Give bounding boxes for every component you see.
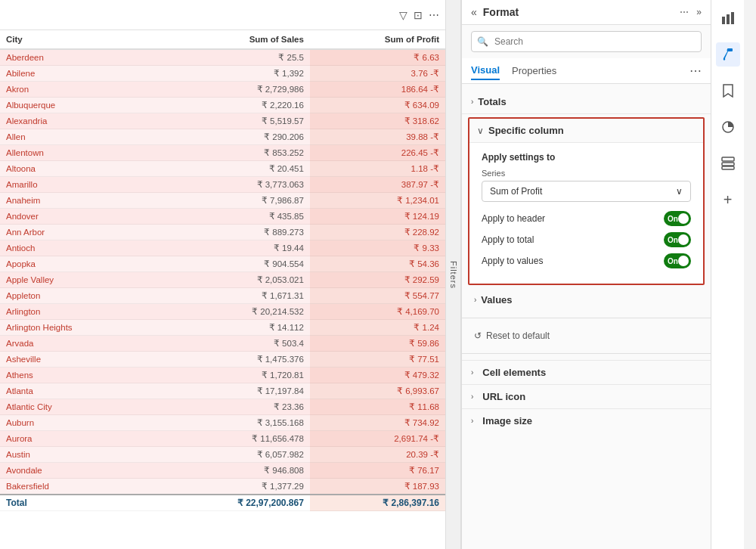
search-input[interactable]	[471, 31, 702, 52]
right-sidebar: +	[711, 0, 744, 549]
reset-row[interactable]: ↺ Reset to default	[462, 324, 711, 347]
cell-1: ₹ 7,986.87	[154, 193, 309, 209]
analytics-icon[interactable]	[716, 115, 740, 139]
cell-0: Andover	[0, 209, 154, 225]
cell-0: Atlanta	[0, 383, 154, 399]
cell-2: ₹ 228.92	[310, 225, 445, 240]
format-expand-icon[interactable]: »	[696, 7, 702, 17]
table-row: Bakersfield₹ 1,377.29₹ 187.93	[0, 479, 445, 495]
cell-2: ₹ 1.24	[310, 320, 445, 336]
more-options-icon[interactable]: ⋯	[429, 9, 439, 21]
table-area: ▽ ⊡ ⋯ City Sum of Sales Sum of Profit Ab…	[0, 0, 446, 549]
url-icon-label: URL icon	[482, 391, 525, 402]
image-size-label: Image size	[482, 415, 532, 426]
section-totals[interactable]: › Totals	[462, 90, 711, 114]
filter-icon[interactable]: ▽	[399, 9, 407, 21]
bookmark-icon[interactable]	[716, 79, 740, 103]
cell-0: Arlington Heights	[0, 320, 154, 336]
toggle-values-text: On	[668, 257, 678, 265]
svg-rect-1	[727, 14, 730, 24]
cell-0: Ann Arbor	[0, 225, 154, 240]
table-row: Albuquerque₹ 2,220.16₹ 634.09	[0, 98, 445, 113]
cell-0: Aberdeen	[0, 49, 154, 66]
section-values[interactable]: › Values	[462, 288, 711, 312]
add-icon[interactable]: +	[716, 188, 740, 212]
cell-1: ₹ 5,519.57	[154, 113, 309, 129]
format-paint-icon[interactable]	[716, 42, 740, 67]
cell-0: Altoona	[0, 161, 154, 177]
divider2	[462, 353, 711, 354]
cell-2: ₹ 479.32	[310, 368, 445, 383]
cell-1: ₹ 853.252	[154, 145, 309, 161]
panel-collapse-icon[interactable]: «	[471, 6, 477, 18]
tabs-row: Visual Properties ⋯	[462, 58, 711, 84]
svg-rect-2	[731, 12, 734, 24]
cell-0: Alexandria	[0, 113, 154, 129]
cell-2: ₹ 6.63	[310, 49, 445, 66]
table-row: Apopka₹ 904.554₹ 54.36	[0, 256, 445, 272]
cell-2: 387.97 -₹	[310, 177, 445, 193]
values-label: Values	[481, 294, 512, 306]
total-cell-2: ₹ 2,86,397.16	[310, 495, 445, 511]
expand-icon[interactable]: ⊡	[414, 9, 423, 21]
format-more-icon[interactable]: ⋯	[680, 7, 689, 17]
cell-2: 20.39 -₹	[310, 447, 445, 463]
cell-2: ₹ 54.36	[310, 256, 445, 272]
tab-visual[interactable]: Visual	[471, 61, 500, 80]
specific-column-header[interactable]: ∨ Specific column	[469, 119, 703, 142]
cell-2: 39.88 -₹	[310, 129, 445, 145]
cell-2: ₹ 292.59	[310, 272, 445, 288]
cell-0: Arlington	[0, 304, 154, 320]
cell-2: 1.18 -₹	[310, 161, 445, 177]
toggle-total[interactable]: On	[664, 232, 691, 247]
cell-0: Albuquerque	[0, 98, 154, 113]
cell-1: ₹ 2,053.021	[154, 272, 309, 288]
total-row: Total₹ 22,97,200.867₹ 2,86,397.16	[0, 495, 445, 511]
cell-2: ₹ 318.62	[310, 113, 445, 129]
table-row: Andover₹ 435.85₹ 124.19	[0, 209, 445, 225]
toggle-row-total: Apply to total On	[482, 232, 691, 247]
toggle-values[interactable]: On	[664, 253, 691, 268]
table-row: Athens₹ 1,720.81₹ 479.32	[0, 368, 445, 383]
cell-1: ₹ 19.44	[154, 240, 309, 256]
total-cell-0: Total	[0, 495, 154, 511]
cell-2: ₹ 4,169.70	[310, 304, 445, 320]
series-dropdown[interactable]: Sum of Profit ∨	[482, 181, 691, 202]
visualizations-icon[interactable]	[716, 6, 740, 30]
table-row: Appleton₹ 1,671.31₹ 554.77	[0, 288, 445, 304]
cell-2: 2,691.74 -₹	[310, 431, 445, 447]
section-specific-column: ∨ Specific column Apply settings to Seri…	[468, 117, 705, 285]
cell-0: Antioch	[0, 240, 154, 256]
table-row: Arlington Heights₹ 14.112₹ 1.24	[0, 320, 445, 336]
specific-column-label: Specific column	[488, 125, 564, 136]
table-row: Abilene₹ 1,3923.76 -₹	[0, 66, 445, 82]
section-cell-elements[interactable]: › Cell elements	[462, 360, 711, 384]
cell-0: Atlantic City	[0, 399, 154, 415]
section-url-icon[interactable]: › URL icon	[462, 384, 711, 408]
tab-more-icon[interactable]: ⋯	[689, 64, 702, 78]
filters-sidebar[interactable]: Filters	[446, 0, 461, 549]
svg-rect-0	[722, 17, 725, 24]
data-icon[interactable]	[716, 151, 740, 175]
table-row: Amarillo₹ 3,773.063387.97 -₹	[0, 177, 445, 193]
cell-0: Allen	[0, 129, 154, 145]
svg-rect-5	[722, 157, 734, 161]
toggle-header[interactable]: On	[664, 211, 691, 226]
url-icon-chevron: ›	[471, 392, 473, 401]
cell-1: ₹ 1,475.376	[154, 352, 309, 368]
table-row: Ann Arbor₹ 889.273₹ 228.92	[0, 225, 445, 240]
cell-2: ₹ 124.19	[310, 209, 445, 225]
tab-properties[interactable]: Properties	[512, 62, 556, 79]
cell-2: ₹ 9.33	[310, 240, 445, 256]
toggle-row-values: Apply to values On	[482, 253, 691, 268]
cell-1: ₹ 14.112	[154, 320, 309, 336]
cell-1: ₹ 3,155.168	[154, 415, 309, 431]
cell-0: Austin	[0, 447, 154, 463]
cell-2: ₹ 187.93	[310, 479, 445, 495]
cell-2: 3.76 -₹	[310, 66, 445, 82]
cell-1: ₹ 290.206	[154, 129, 309, 145]
cell-0: Appleton	[0, 288, 154, 304]
table-row: Asheville₹ 1,475.376₹ 77.51	[0, 352, 445, 368]
section-image-size[interactable]: › Image size	[462, 408, 711, 433]
cell-0: Athens	[0, 368, 154, 383]
